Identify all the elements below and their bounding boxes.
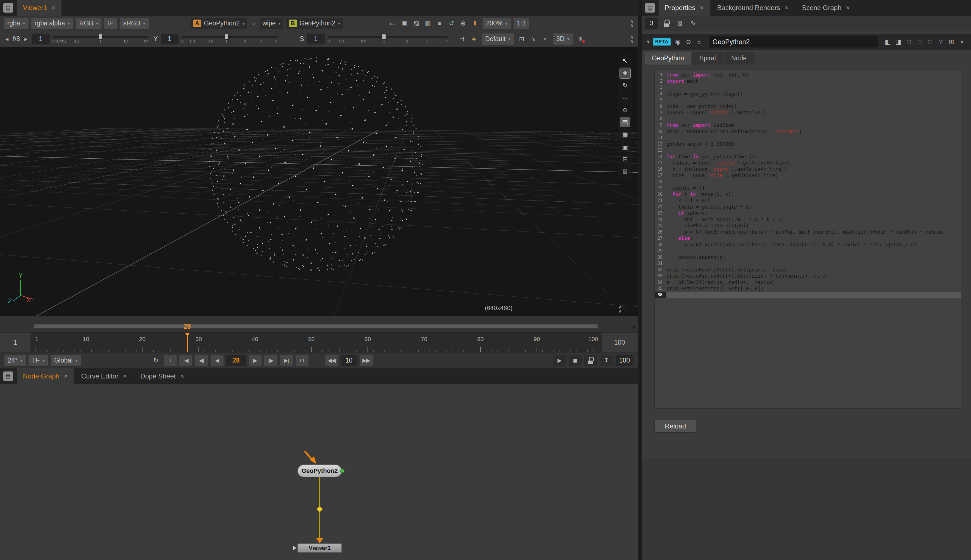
close-icon[interactable]: × bbox=[846, 4, 850, 12]
code-line[interactable]: 14for time in geo_python.times(): bbox=[655, 153, 961, 160]
lock-range-button[interactable] bbox=[584, 355, 597, 366]
code-line[interactable]: 6node = geo_python.node() bbox=[655, 103, 961, 110]
code-line[interactable]: 24 phi = math.acos(1.0 - 2.0 * k / n) bbox=[655, 217, 961, 223]
colorspace-dropdown[interactable]: sRGB▾ bbox=[120, 18, 148, 29]
refresh-icon[interactable]: ↺ bbox=[446, 18, 456, 28]
code-line[interactable]: 18 bbox=[655, 179, 961, 185]
code-line[interactable]: 23 if sphere: bbox=[655, 210, 961, 217]
roi-icon[interactable]: ⊕ bbox=[458, 18, 468, 28]
close-panel-icon[interactable]: × bbox=[957, 37, 967, 47]
node-viewer1[interactable]: Viewer1 bbox=[297, 543, 342, 553]
code-line[interactable]: 10prim = UsdGeom.Points.Define(stage, '/… bbox=[655, 128, 961, 135]
panel-menu-icon[interactable]: ▤ bbox=[3, 3, 13, 13]
tab-curve-editor[interactable]: Curve Editor × bbox=[75, 368, 133, 384]
code-line[interactable]: 12golden_angle = 2.399963 bbox=[655, 141, 961, 147]
scale-tool-icon[interactable]: ↔ bbox=[620, 93, 630, 103]
tab-dope-sheet[interactable]: Dope Sheet × bbox=[134, 368, 190, 384]
tab-background-renders[interactable]: Background Renders × bbox=[711, 0, 794, 16]
range-menu-button[interactable]: ▼ bbox=[631, 325, 636, 330]
code-line[interactable]: 20 for i in range(0, n): bbox=[655, 191, 961, 198]
link-a-icon[interactable]: ◧ bbox=[883, 37, 893, 47]
timeline-range-slider[interactable] bbox=[34, 324, 598, 328]
code-line[interactable]: 17 size = node['size'].getValueAt(time) bbox=[655, 172, 961, 179]
code-line[interactable]: 8 bbox=[655, 116, 961, 122]
loop-mode-button[interactable]: O bbox=[295, 355, 309, 366]
display-mode-icon[interactable]: ▤ bbox=[620, 117, 630, 127]
panel-menu-icon[interactable]: ▤ bbox=[645, 3, 655, 13]
reload-button[interactable]: Reload bbox=[654, 420, 696, 433]
close-icon[interactable]: × bbox=[700, 4, 704, 12]
texture-mode-icon[interactable]: ⊞ bbox=[620, 154, 630, 164]
close-icon[interactable]: × bbox=[785, 4, 789, 12]
slider-handle[interactable] bbox=[225, 34, 228, 39]
wipe-mode-dropdown[interactable]: wipe▾ bbox=[260, 18, 283, 29]
code-line[interactable]: 36 bbox=[655, 292, 961, 298]
wipe-center-icon[interactable]: ○ bbox=[250, 18, 257, 28]
panel-menu-icon[interactable]: ▤ bbox=[3, 372, 13, 381]
in-marker-button[interactable]: I bbox=[164, 355, 177, 366]
code-line[interactable]: 5 bbox=[655, 97, 961, 103]
center-node-icon[interactable]: ⊙ bbox=[684, 37, 694, 47]
fps-dropdown[interactable]: 24*▾ bbox=[5, 355, 26, 366]
pane-splitter[interactable] bbox=[638, 0, 642, 560]
gamma-slider[interactable]: 00.10.51234 bbox=[181, 33, 277, 45]
playback-loop-icon[interactable]: ↻ bbox=[151, 355, 161, 366]
wireframe-mode-icon[interactable]: ▦ bbox=[620, 130, 630, 140]
format-icon[interactable]: ▭ bbox=[387, 18, 398, 28]
code-line[interactable]: 2import math bbox=[655, 78, 961, 85]
scanline-icon[interactable]: ≡ bbox=[434, 18, 445, 28]
viewer-lut-dropdown[interactable]: Default▾ bbox=[482, 33, 514, 45]
tf-dropdown[interactable]: TF▾ bbox=[28, 355, 48, 366]
code-line[interactable]: 4stage = geo_python.stage() bbox=[655, 91, 961, 97]
tab-spiral[interactable]: Spiral bbox=[692, 52, 723, 65]
frame-range-mode-dropdown[interactable]: Global▾ bbox=[51, 355, 81, 366]
link-b-icon[interactable]: ◨ bbox=[893, 37, 903, 47]
frame-increment-field[interactable]: 10 bbox=[341, 355, 357, 366]
curve-overlay-icon[interactable]: ∿ bbox=[528, 34, 539, 44]
code-line[interactable]: 11 bbox=[655, 135, 961, 141]
color-swatch-icon[interactable]: ◉ bbox=[673, 37, 683, 47]
toolbar-collapse-button[interactable]: ∨∨ bbox=[631, 19, 634, 28]
tab-scene-graph[interactable]: Scene Graph × bbox=[796, 0, 856, 16]
code-line[interactable]: 26 p = Gf.Vec3f(math.cos(theta) * sinPhi… bbox=[655, 229, 961, 235]
axis-tool-icon[interactable]: ⊕ bbox=[620, 105, 630, 115]
tab-node[interactable]: Node bbox=[724, 52, 754, 65]
node-graph-canvas[interactable]: GeoPython2 Viewer1 bbox=[0, 384, 638, 560]
marquee-icon[interactable]: ▫ bbox=[540, 34, 550, 44]
goto-start-button[interactable]: |◀ bbox=[179, 355, 192, 366]
jump-back-button[interactable]: ◀◀ bbox=[325, 355, 338, 366]
code-line[interactable]: 16 n = int(node['count'].getValueAt(time… bbox=[655, 166, 961, 173]
max-panels-field[interactable]: 3 bbox=[645, 18, 658, 29]
alpha-layer-dropdown[interactable]: rgba.alpha▾ bbox=[31, 18, 73, 29]
code-line[interactable]: 21 k = i + 0.5 bbox=[655, 197, 961, 204]
timeline-ruler[interactable]: 1102030405060708090100 bbox=[31, 332, 601, 352]
close-icon[interactable]: × bbox=[180, 372, 184, 380]
tab-properties[interactable]: Properties × bbox=[659, 0, 710, 16]
dimension-dropdown[interactable]: 3D▾ bbox=[553, 33, 573, 45]
tab-viewer1[interactable]: Viewer1 × bbox=[17, 0, 62, 16]
node-geopython2[interactable]: GeoPython2 bbox=[297, 465, 342, 477]
code-line[interactable]: 22 theta = golden_angle * k; bbox=[655, 204, 961, 210]
next-keyframe-button[interactable]: |▶ bbox=[264, 355, 277, 366]
toggle-3-icon[interactable]: □ bbox=[925, 37, 935, 47]
code-line[interactable]: 30 points.append(p) bbox=[655, 254, 961, 261]
proxy-icon[interactable]: ▣ bbox=[399, 18, 409, 28]
viewer-3d-area[interactable]: (640x480) Y X Z ↖✚↻↔⊕▤▦▣⊞⊠ ∨∨ bbox=[0, 47, 638, 316]
render-button[interactable]: ◼ bbox=[569, 355, 581, 366]
jump-forward-button[interactable]: ▶▶ bbox=[360, 355, 373, 366]
goto-end-button[interactable]: ▶| bbox=[280, 355, 293, 366]
input-process-toggle[interactable]: IP bbox=[104, 18, 117, 29]
select-tool-icon[interactable]: ↖ bbox=[620, 56, 630, 66]
gain-field[interactable]: 1 bbox=[32, 34, 50, 44]
zoom-dropdown[interactable]: 200%▾ bbox=[482, 18, 511, 29]
code-line[interactable]: 19 points = [] bbox=[655, 185, 961, 191]
code-line[interactable]: 7sphere = node['sphere'].getValue() bbox=[655, 110, 961, 116]
wipe-b-selector[interactable]: BGeoPython2▾ bbox=[286, 18, 343, 29]
code-line[interactable]: 3 bbox=[655, 84, 961, 91]
tab-node-graph[interactable]: Node Graph × bbox=[17, 368, 74, 384]
code-line[interactable]: 1from pxr import Usd, Sdf, Gf bbox=[655, 72, 961, 78]
range-start-box[interactable]: 1 bbox=[0, 332, 31, 352]
python-code-editor[interactable]: 1from pxr import Usd, Sdf, Gf2import mat… bbox=[654, 69, 961, 408]
wipe-a-selector[interactable]: AGeoPython2▾ bbox=[190, 18, 247, 29]
viewer-3d-canvas[interactable] bbox=[0, 47, 638, 316]
